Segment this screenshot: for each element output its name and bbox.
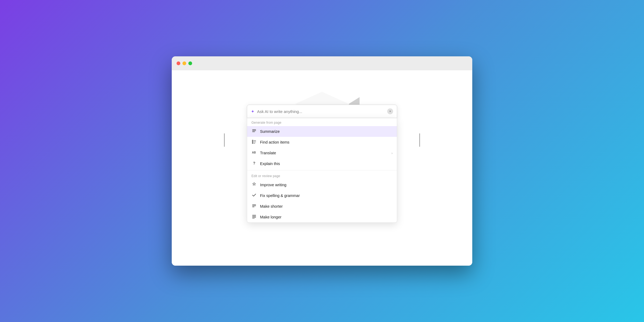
menu-item-improve-writing[interactable]: Improve writing bbox=[247, 180, 397, 190]
app-window: N ✦ × Generate from page bbox=[172, 56, 472, 266]
svg-rect-20 bbox=[252, 207, 254, 207]
main-content: N ✦ × Generate from page bbox=[172, 70, 472, 266]
menu-item-summarize[interactable]: Summarize bbox=[247, 126, 397, 137]
translate-label: Translate bbox=[260, 151, 388, 155]
svg-rect-14 bbox=[252, 143, 253, 144]
svg-rect-21 bbox=[252, 215, 256, 215]
close-button[interactable] bbox=[177, 61, 180, 65]
translate-arrow-icon: › bbox=[391, 151, 393, 155]
section-generate-header: Generate from page bbox=[247, 118, 397, 126]
cursor-left bbox=[224, 133, 225, 147]
make-longer-label: Make longer bbox=[260, 215, 393, 219]
find-action-icon bbox=[251, 139, 257, 145]
translate-icon: AB bbox=[251, 150, 257, 156]
svg-rect-24 bbox=[252, 218, 255, 219]
menu-item-translate[interactable]: AB Translate › bbox=[247, 148, 397, 158]
titlebar bbox=[172, 56, 472, 70]
fix-spelling-icon bbox=[251, 193, 257, 199]
make-longer-icon bbox=[251, 214, 257, 220]
svg-rect-9 bbox=[252, 131, 255, 132]
improve-writing-icon bbox=[251, 182, 257, 188]
section-edit-header: Edit or review page bbox=[247, 171, 397, 180]
svg-rect-13 bbox=[254, 142, 256, 142]
ai-input-bar: ✦ × bbox=[247, 105, 397, 118]
minimize-button[interactable] bbox=[182, 61, 186, 65]
improve-writing-label: Improve writing bbox=[260, 183, 393, 187]
svg-rect-15 bbox=[254, 143, 255, 144]
svg-rect-22 bbox=[252, 216, 256, 217]
svg-rect-10 bbox=[252, 140, 253, 141]
ai-dropdown-menu: Generate from page Summarize bbox=[247, 118, 397, 223]
menu-item-explain-this[interactable]: ? Explain this bbox=[247, 158, 397, 169]
ai-text-input[interactable] bbox=[257, 109, 385, 114]
make-shorter-label: Make shorter bbox=[260, 204, 393, 208]
menu-item-make-shorter[interactable]: Make shorter bbox=[247, 201, 397, 212]
svg-rect-18 bbox=[252, 204, 256, 205]
svg-rect-7 bbox=[252, 129, 256, 130]
svg-rect-23 bbox=[252, 217, 256, 218]
menu-divider bbox=[247, 170, 397, 170]
find-action-label: Find action items bbox=[260, 140, 393, 144]
svg-text:AB: AB bbox=[252, 151, 256, 154]
fix-spelling-label: Fix spelling & grammar bbox=[260, 193, 393, 198]
close-icon: × bbox=[389, 109, 391, 113]
svg-rect-12 bbox=[252, 141, 253, 142]
summarize-icon bbox=[251, 129, 257, 134]
ai-input-container: ✦ × Generate from page bbox=[247, 105, 397, 223]
cursor-right bbox=[419, 133, 420, 147]
svg-text:?: ? bbox=[253, 161, 255, 165]
maximize-button[interactable] bbox=[188, 61, 192, 65]
sparkle-icon: ✦ bbox=[251, 109, 254, 114]
explain-label: Explain this bbox=[260, 162, 393, 166]
svg-rect-19 bbox=[252, 206, 256, 206]
summarize-label: Summarize bbox=[260, 129, 393, 134]
menu-item-find-action-items[interactable]: Find action items bbox=[247, 137, 397, 148]
make-shorter-icon bbox=[251, 203, 257, 209]
menu-item-make-longer[interactable]: Make longer bbox=[247, 212, 397, 222]
svg-rect-8 bbox=[252, 130, 256, 131]
explain-icon: ? bbox=[251, 161, 257, 167]
ai-close-button[interactable]: × bbox=[387, 108, 393, 114]
svg-rect-11 bbox=[254, 140, 256, 141]
menu-item-fix-spelling[interactable]: Fix spelling & grammar bbox=[247, 190, 397, 201]
